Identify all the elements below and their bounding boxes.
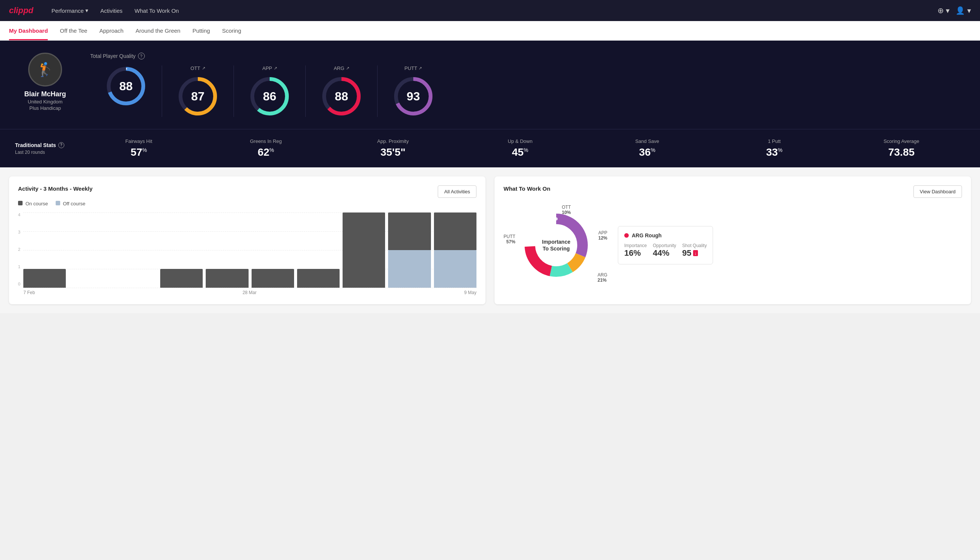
opportunity-value: 44% (653, 248, 676, 258)
segment-label-app: APP 12% (598, 230, 607, 241)
score-app-label: APP ↗ (262, 65, 277, 71)
bar-group-1 (23, 269, 66, 288)
x-label-1: 7 Feb (23, 290, 35, 295)
top-nav: clippd Performance ▾ Activities What To … (0, 0, 980, 21)
down-badge: ↓ (693, 250, 698, 256)
stat-scoring-label: Scoring Average (883, 138, 919, 144)
stat-app-proximity: App. Proximity 35'5" (329, 138, 456, 158)
chart-area: 7 Feb 28 Mar 9 May (23, 212, 476, 295)
stats-help-icon[interactable]: ? (58, 142, 64, 148)
svg-text:Importance: Importance (542, 239, 571, 245)
wtwo-title: What To Work On (504, 185, 550, 192)
score-app-value: 86 (263, 90, 276, 103)
bar-on-course (160, 269, 203, 288)
score-arg-value: 88 (335, 90, 348, 103)
ring-app: 86 (249, 76, 290, 117)
legend-off-course: Off course (56, 201, 85, 207)
stat-scoring-avg: Scoring Average 73.85 (838, 138, 965, 158)
chart-legend: On course Off course (18, 201, 476, 207)
stats-items: Fairways Hit 57% Greens In Reg 62% App. … (75, 138, 965, 158)
stat-gir-label: Greens In Reg (250, 138, 282, 144)
stat-scoring-value: 73.85 (888, 146, 915, 158)
legend-on-course-dot (18, 201, 23, 205)
wtwo-header: What To Work On View Dashboard (504, 185, 962, 198)
nav-performance[interactable]: Performance ▾ (52, 7, 88, 14)
y-axis: 4 3 2 1 0 (18, 212, 20, 288)
stat-ss-label: Sand Save (635, 138, 659, 144)
info-metric-shot-quality: Shot Quality 95 ↓ (682, 243, 707, 258)
bar-off-course (434, 250, 476, 288)
score-total-value: 88 (119, 79, 133, 93)
player-country: United Kingdom (28, 99, 63, 105)
tab-my-dashboard[interactable]: My Dashboard (9, 21, 48, 40)
hero-section: 🏌️ Blair McHarg United Kingdom Plus Hand… (0, 41, 980, 129)
score-ott-value: 87 (191, 90, 205, 103)
stat-ud-value: 45% (512, 146, 528, 158)
bar-on-course (23, 269, 66, 288)
ring-arg: 88 (321, 76, 362, 117)
legend-on-course: On course (18, 201, 48, 207)
segment-label-arg: ARG 21% (597, 272, 607, 283)
tab-off-the-tee[interactable]: Off the Tee (60, 21, 87, 40)
player-handicap: Plus Handicap (29, 105, 61, 111)
nav-what-to-work-on[interactable]: What To Work On (135, 8, 179, 14)
info-box: ARG Rough Importance 16% Opportunity 44% (618, 226, 713, 264)
activity-card: Activity - 3 Months - Weekly All Activit… (9, 177, 486, 304)
player-name: Blair McHarg (24, 90, 66, 98)
stat-fairways-hit: Fairways Hit 57% (75, 138, 202, 158)
stat-greens-in-reg: Greens In Reg 62% (202, 138, 329, 158)
scores-grid: 88 OTT ↗ 87 (90, 65, 965, 117)
add-button[interactable]: ⊕ ▾ (937, 6, 950, 15)
chart-with-yaxis: 4 3 2 1 0 (18, 212, 476, 295)
tab-approach[interactable]: Approach (99, 21, 123, 40)
score-putt-label: PUTT ↗ (404, 65, 422, 71)
score-putt-value: 93 (406, 90, 420, 103)
svg-point-17 (555, 217, 558, 220)
logo[interactable]: clippd (9, 6, 33, 15)
importance-value: 16% (624, 248, 647, 258)
svg-text:To Scoring: To Scoring (542, 246, 570, 252)
bar-on-course (206, 269, 248, 288)
legend-off-course-dot (56, 201, 60, 205)
bar-on-course (251, 269, 294, 288)
user-menu-button[interactable]: 👤 ▾ (955, 6, 971, 15)
stat-fairways-label: Fairways Hit (125, 138, 152, 144)
ring-putt: 93 (393, 76, 434, 117)
info-dot (624, 233, 629, 238)
score-arg-label: ARG ↗ (334, 65, 349, 71)
score-total: 88 (90, 65, 162, 117)
view-dashboard-button[interactable]: View Dashboard (913, 185, 962, 198)
stat-up-down: Up & Down 45% (456, 138, 584, 158)
donut-area: OTT 10% APP 12% ARG 21% PUTT (504, 204, 609, 287)
bar-group-9 (388, 212, 431, 288)
stat-sand-save: Sand Save 36% (584, 138, 711, 158)
stat-label-section: Traditional Stats ? Last 20 rounds (15, 142, 75, 155)
help-icon[interactable]: ? (138, 53, 145, 59)
stat-ss-value: 36% (639, 146, 656, 158)
stats-bar: Traditional Stats ? Last 20 rounds Fairw… (0, 129, 980, 167)
bottom-section: Activity - 3 Months - Weekly All Activit… (0, 167, 980, 313)
segment-label-putt: PUTT 57% (504, 234, 515, 245)
tab-scoring[interactable]: Scoring (222, 21, 241, 40)
bar-group-8 (343, 212, 385, 288)
nav-right: ⊕ ▾ 👤 ▾ (937, 6, 971, 15)
bar-off-course (388, 250, 431, 288)
bar-group-10 (434, 212, 476, 288)
stat-1putt: 1 Putt 33% (711, 138, 838, 158)
score-putt: PUTT ↗ 93 (378, 65, 449, 117)
stat-app-label: App. Proximity (377, 138, 409, 144)
tab-putting[interactable]: Putting (193, 21, 210, 40)
score-arg: ARG ↗ 88 (306, 65, 378, 117)
nav-activities[interactable]: Activities (100, 8, 123, 14)
x-label-2: 28 Mar (243, 290, 256, 295)
chart-x-labels: 7 Feb 28 Mar 9 May (23, 290, 476, 295)
sub-nav: My Dashboard Off the Tee Approach Around… (0, 21, 980, 41)
stat-1putt-label: 1 Putt (768, 138, 781, 144)
ring-ott: 87 (177, 76, 218, 117)
bar-group-7 (297, 269, 339, 288)
stat-app-value: 35'5" (381, 146, 406, 158)
score-ott: OTT ↗ 87 (162, 65, 234, 117)
all-activities-button[interactable]: All Activities (438, 185, 476, 198)
scores-section: Total Player Quality ? 88 (90, 53, 965, 117)
tab-around-the-green[interactable]: Around the Green (135, 21, 180, 40)
